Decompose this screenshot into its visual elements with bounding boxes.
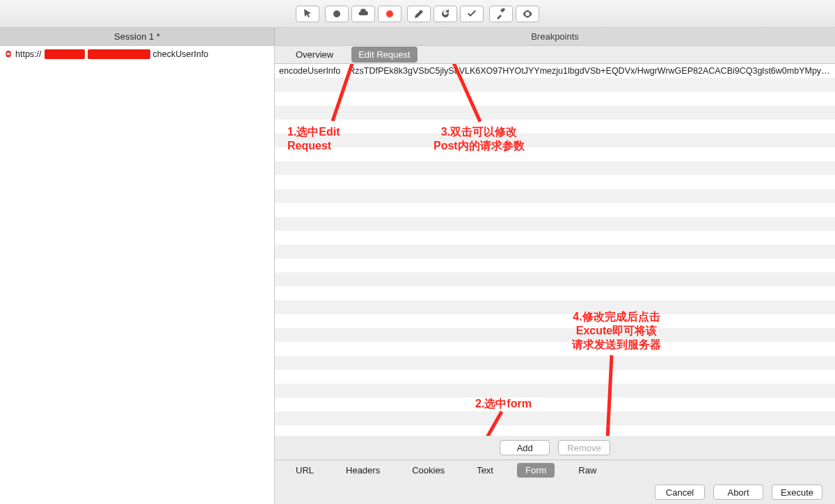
detail-tabs: Overview Edit Request [275, 46, 835, 64]
detail-panel: Overview Edit Request encodeUserInfo [275, 46, 835, 504]
list-item[interactable]: https:// checkUserInfo [0, 48, 274, 60]
checkmark-icon[interactable] [460, 6, 484, 22]
tab-form[interactable]: Form [517, 463, 555, 478]
session-tabs: Session 1 * Breakpoints [0, 28, 835, 46]
lock-icon [4, 50, 13, 58]
table-row[interactable]: encodeUserInfo RzsTDfPEk8k3gVSbC5jlySqVL… [275, 64, 835, 78]
tab-text[interactable]: Text [468, 463, 502, 478]
action-buttons: Cancel Abort Execute [275, 480, 835, 504]
body-tabs: URL Headers Cookies Text Form Raw [275, 460, 835, 480]
cell-key[interactable]: encodeUserInfo [279, 66, 340, 76]
tab-headers[interactable]: Headers [337, 463, 388, 478]
record-red-icon[interactable] [378, 6, 401, 22]
execute-button[interactable]: Execute [772, 485, 822, 500]
pointer-icon[interactable] [296, 6, 319, 22]
tab-edit-request[interactable]: Edit Request [351, 47, 417, 63]
tab-overview[interactable]: Overview [289, 47, 340, 63]
svg-point-0 [333, 10, 340, 17]
row-buttons: Add Remove [275, 436, 835, 460]
svg-point-1 [386, 10, 393, 17]
record-icon[interactable] [325, 6, 349, 22]
add-button[interactable]: Add [500, 440, 550, 455]
cell-value[interactable]: RzsTDfPEk8k3gVSbC5jlySqVLK6XO97HYOtJYYme… [349, 66, 831, 76]
list-url-prefix: https:// [15, 49, 42, 59]
cancel-button[interactable]: Cancel [655, 485, 705, 500]
cloud-icon[interactable] [351, 6, 375, 22]
redaction [88, 49, 150, 59]
list-url-suffix: checkUserInfo [153, 49, 209, 59]
tab-cookies[interactable]: Cookies [404, 463, 453, 478]
tab-url[interactable]: URL [287, 463, 322, 478]
gear-icon[interactable] [516, 6, 539, 22]
refresh-icon[interactable] [434, 6, 457, 22]
tab-session[interactable]: Session 1 * [0, 28, 275, 45]
request-list: https:// checkUserInfo [0, 46, 275, 504]
tab-breakpoints[interactable]: Breakpoints [275, 28, 835, 45]
abort-button[interactable]: Abort [713, 485, 763, 500]
tools-icon[interactable] [489, 6, 513, 22]
redaction [45, 49, 85, 59]
stripe-bg [275, 64, 835, 436]
tab-raw[interactable]: Raw [570, 463, 605, 478]
pencil-icon[interactable] [407, 6, 431, 22]
form-grid[interactable]: encodeUserInfo RzsTDfPEk8k3gVSbC5jlySqVL… [275, 64, 835, 436]
remove-button[interactable]: Remove [558, 440, 610, 455]
top-toolbar [0, 0, 835, 28]
